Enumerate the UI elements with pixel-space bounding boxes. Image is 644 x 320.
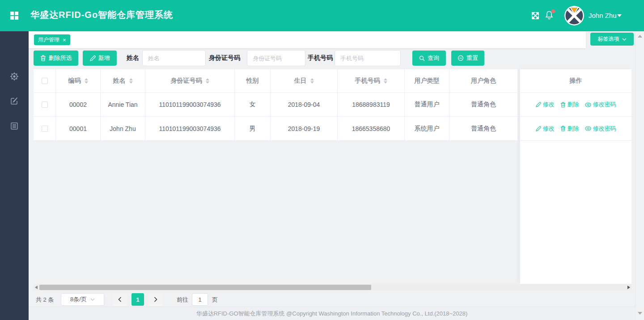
add-label: 新增	[98, 54, 110, 62]
page-size-value: 8条/页	[70, 295, 87, 303]
app-footer: 华盛达RFID-GO智能仓库管理系统 @Copyright Washington…	[29, 307, 635, 320]
horizontal-scrollbar[interactable]	[34, 284, 631, 291]
app-grid-icon[interactable]	[10, 11, 19, 20]
phone-input[interactable]	[335, 50, 401, 66]
table-row: 00002 Annie Tian 110101199003074936 女 20…	[34, 93, 517, 117]
column-label: 用户角色	[471, 77, 496, 85]
app-header: 华盛达RFID-Go智能仓库管理系统 Joh	[0, 0, 644, 31]
row-actions: 修改 删除 修改密码	[520, 117, 631, 141]
row-actions: 修改 删除 修改密码	[520, 93, 631, 117]
scroll-right-arrow-icon[interactable]	[627, 286, 630, 289]
chevron-down-icon	[90, 298, 95, 301]
sidebar-item-list-icon[interactable]	[10, 122, 19, 131]
select-all-checkbox[interactable]	[42, 78, 48, 84]
trash-icon	[40, 55, 46, 61]
user-name[interactable]: John Zhu	[589, 12, 617, 19]
trash-icon	[560, 102, 566, 108]
row-select-cell	[34, 117, 56, 140]
app-root: 华盛达RFID-Go智能仓库管理系统 Joh	[0, 0, 644, 320]
name-input[interactable]	[142, 50, 206, 66]
column-label: 用户类型	[415, 77, 440, 85]
sidebar-item-edit-icon[interactable]	[10, 96, 19, 105]
edit-action[interactable]: 修改	[536, 101, 555, 109]
cell-birthday: 2018-09-04	[271, 93, 338, 116]
page-number-current[interactable]: 1	[131, 293, 144, 306]
prev-page-button[interactable]	[113, 293, 127, 306]
column-label: 身份证号码	[171, 77, 202, 85]
vertical-scrollbar[interactable]	[635, 31, 644, 320]
sort-carets-icon[interactable]	[310, 78, 314, 84]
cell-userrole: 普通角色	[449, 117, 517, 140]
reset-label: 重置	[466, 54, 478, 62]
scroll-left-arrow-icon[interactable]	[35, 286, 38, 289]
column-label: 生日	[294, 77, 307, 85]
tag-options-button[interactable]: 标签选项	[590, 33, 634, 46]
copyright-text: 华盛达RFID-GO智能仓库管理系统 @Copyright Washington…	[196, 310, 468, 318]
delete-action[interactable]: 删除	[560, 101, 579, 109]
scroll-down-arrow-icon[interactable]	[638, 312, 642, 315]
sort-carets-icon[interactable]	[384, 78, 387, 84]
page-size-select[interactable]: 8条/页	[61, 293, 104, 306]
cell-phone: 18688983119	[338, 93, 405, 116]
avatar-logo-icon	[564, 6, 584, 25]
user-menu-caret-icon[interactable]	[617, 14, 622, 17]
column-header-name[interactable]: 姓名	[101, 69, 145, 93]
eye-icon	[585, 126, 591, 131]
reset-button[interactable]: 重置	[451, 51, 484, 66]
row-checkbox[interactable]	[42, 126, 48, 132]
trash-icon	[560, 126, 566, 131]
delete-action-label: 删除	[568, 101, 579, 109]
cell-userrole: 普通角色	[449, 93, 517, 116]
sort-carets-icon[interactable]	[129, 78, 133, 84]
edit-action[interactable]: 修改	[536, 125, 555, 133]
tab-user-management[interactable]: 用户管理 ×	[34, 34, 70, 45]
add-button[interactable]: 新增	[83, 51, 117, 66]
column-header-birthday[interactable]: 生日	[271, 69, 338, 93]
fullscreen-icon[interactable]	[531, 11, 540, 20]
cell-idcard: 110101199003074936	[145, 117, 235, 140]
goto-page-suffix: 页	[212, 296, 218, 304]
user-avatar[interactable]	[564, 6, 584, 25]
column-label: 性别	[246, 77, 259, 85]
column-header-code[interactable]: 编码	[56, 69, 101, 93]
filter-name-label: 姓名	[127, 54, 139, 62]
sort-carets-icon[interactable]	[206, 78, 209, 84]
select-all-cell	[34, 69, 56, 93]
search-button[interactable]: 查询	[412, 51, 446, 66]
pencil-icon	[536, 126, 541, 131]
row-checkbox[interactable]	[42, 101, 48, 108]
column-label: 编码	[68, 77, 81, 85]
next-page-button[interactable]	[148, 293, 163, 306]
delete-selected-button[interactable]: 删除所选	[34, 51, 78, 66]
goto-page-input[interactable]	[192, 293, 208, 306]
change-password-action[interactable]: 修改密码	[585, 125, 616, 133]
sort-carets-icon[interactable]	[85, 78, 88, 84]
change-password-label: 修改密码	[593, 125, 616, 133]
circle-minus-icon	[458, 55, 464, 61]
filter-phone-label: 手机号码	[308, 54, 333, 62]
table-header-row: 编码 姓名 身份证号码 性别 生日 手机号码 用户类型 用户角色	[34, 69, 517, 93]
column-label: 手机号码	[355, 77, 380, 85]
tab-close-icon[interactable]: ×	[63, 37, 66, 43]
cell-gender: 男	[235, 117, 271, 140]
column-header-gender: 性别	[235, 69, 271, 93]
change-password-action[interactable]: 修改密码	[585, 101, 616, 109]
search-label: 查询	[428, 54, 439, 62]
sidebar-item-settings-gear-icon[interactable]	[10, 72, 19, 81]
idcard-input[interactable]	[247, 50, 305, 66]
operations-column: 操作 修改 删除 修改密码 修改 删除	[520, 69, 631, 284]
scroll-up-arrow-icon[interactable]	[638, 35, 642, 38]
cell-birthday: 2018-09-19	[271, 117, 338, 140]
chevron-down-icon	[622, 38, 627, 41]
column-header-phone[interactable]: 手机号码	[338, 69, 405, 93]
delete-action[interactable]: 删除	[560, 125, 579, 133]
cell-name: Annie Tian	[101, 93, 145, 116]
column-label: 姓名	[113, 77, 126, 85]
notifications-button[interactable]	[545, 10, 555, 21]
column-header-operations: 操作	[520, 69, 631, 93]
column-header-idcard[interactable]: 身份证号码	[145, 69, 235, 93]
change-password-label: 修改密码	[593, 101, 616, 109]
pencil-icon	[90, 55, 96, 61]
horizontal-scroll-thumb[interactable]	[39, 285, 371, 290]
column-header-userrole: 用户角色	[449, 69, 517, 93]
